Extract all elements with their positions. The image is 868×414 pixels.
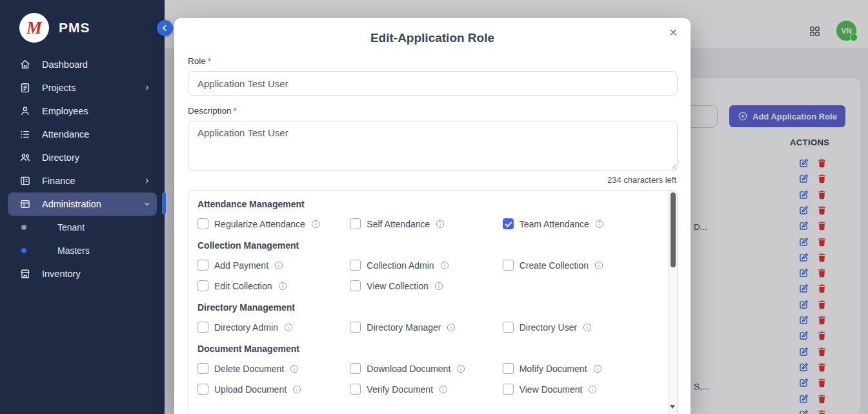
sidebar-item-label: Projects [42,83,132,93]
info-icon[interactable] [284,323,293,332]
permission-label: Directory Admin [214,322,278,333]
checkbox[interactable] [197,322,208,333]
info-icon[interactable] [290,364,299,373]
permission-option[interactable]: Team Attendance [503,218,655,229]
checkbox[interactable] [350,260,361,271]
permission-label: View Collection [367,281,428,291]
permission-option[interactable]: Edit Collection [197,280,350,291]
chevron-right-icon [143,176,152,185]
checkbox[interactable] [350,218,361,229]
permission-option[interactable]: Regularize Attendance [197,218,350,229]
permission-option[interactable]: Directory User [503,322,655,333]
permission-label: Team Attendance [520,219,589,229]
finance-icon [19,175,31,187]
checkbox[interactable] [503,384,514,395]
scrollbar[interactable] [668,191,677,414]
permission-label: Verify Document [367,384,433,395]
sidebar-subitem-masters[interactable]: Masters [0,239,165,262]
projects-icon [19,82,31,94]
permission-option[interactable]: Collection Admin [350,260,502,271]
sidebar-item-label: Attendance [42,129,152,140]
permission-option[interactable]: Directory Admin [197,322,350,333]
permissions-panel: Attendance ManagementRegularize Attendan… [188,190,678,414]
checkbox[interactable] [197,218,208,229]
sidebar-item-label: Administration [42,199,132,209]
sidebar-item-label: Employees [42,106,152,116]
permission-label: Mofify Document [520,364,587,374]
info-icon[interactable] [593,364,602,373]
checkbox[interactable] [197,384,208,395]
checkbox[interactable] [197,260,208,271]
sidebar-item-attendance[interactable]: Attendance [0,123,165,146]
sidebar-item-label: Finance [42,176,132,186]
sidebar-item-directory[interactable]: Directory [0,146,165,169]
sidebar-item-label: Dashboard [42,59,152,70]
checkbox[interactable] [503,363,514,374]
checkbox[interactable] [350,363,361,374]
info-icon[interactable] [594,261,603,270]
home-icon [19,59,31,70]
checkbox[interactable] [197,280,208,291]
checkbox[interactable] [503,322,514,333]
sidebar-item-employees[interactable]: Employees [0,99,165,123]
permission-option[interactable]: Delete Document [197,363,350,374]
section-title: Attendance Management [197,199,655,209]
sidebar-item-projects[interactable]: Projects [0,76,165,99]
checkbox[interactable] [197,363,208,374]
permission-label: Edit Collection [214,281,272,291]
sidebar-collapse-button[interactable] [157,20,173,36]
info-icon[interactable] [440,261,449,270]
permission-option[interactable]: Directory Manager [350,322,502,333]
permission-label: View Document [520,384,583,395]
sidebar-item-dashboard[interactable]: Dashboard [0,53,165,76]
scrollbar-thumb[interactable] [671,192,676,267]
sidebar-nav: DashboardProjectsEmployeesAttendanceDire… [0,53,165,285]
permission-option[interactable]: Verify Document [350,384,502,395]
checkbox[interactable] [350,322,361,333]
app-root: VN Add Application Role ACTIONS D... S,.… [0,0,868,414]
chevron-down-icon [143,200,152,209]
sidebar: M PMS DashboardProjectsEmployeesAttendan… [0,0,165,414]
role-input[interactable] [188,71,678,96]
info-icon[interactable] [595,220,604,229]
permission-option[interactable]: Download Document [350,363,502,374]
edit-application-role-modal: ✕ Edit-Application Role Role* Descriptio… [174,18,691,414]
permission-option[interactable]: Create Collection [503,260,655,271]
permission-option[interactable]: Self Attendance [350,218,502,229]
checkbox[interactable] [350,280,361,291]
scroll-down-arrow[interactable] [670,405,675,409]
info-icon[interactable] [588,385,597,394]
info-icon[interactable] [439,385,448,394]
permission-label: Add Payment [214,260,268,271]
sidebar-item-inventory[interactable]: Inventory [0,262,165,285]
info-icon[interactable] [434,282,443,291]
sidebar-subitem-label: Masters [57,245,90,256]
sidebar-item-finance[interactable]: Finance [0,169,165,192]
role-label: Role* [188,56,678,66]
permission-option[interactable]: Add Payment [197,260,350,271]
bullet-icon [21,248,26,253]
description-textarea[interactable]: Application Test User [188,121,678,171]
bullet-icon [21,225,26,230]
checkbox[interactable] [503,260,514,271]
close-icon[interactable]: ✕ [667,25,680,41]
sidebar-subitem-tenant[interactable]: Tenant [0,216,165,239]
info-icon[interactable] [292,385,301,394]
permission-option[interactable]: Upload Document [197,384,350,395]
checkbox[interactable] [350,384,361,395]
permission-option[interactable]: Mofify Document [503,363,655,374]
permission-option[interactable]: View Collection [350,280,502,291]
checkbox[interactable] [503,218,514,229]
modal-body: Role* Description* Application Test User… [174,45,691,414]
sidebar-item-administration[interactable]: Administration [8,192,157,216]
info-icon[interactable] [436,220,445,229]
permission-option[interactable]: View Document [503,384,655,395]
info-icon[interactable] [274,261,283,270]
info-icon[interactable] [311,220,320,229]
info-icon[interactable] [456,364,465,373]
info-icon[interactable] [278,282,287,291]
info-icon[interactable] [447,323,456,332]
info-icon[interactable] [583,323,592,332]
section-title: Document Management [197,344,655,354]
chevron-right-icon [143,83,152,92]
